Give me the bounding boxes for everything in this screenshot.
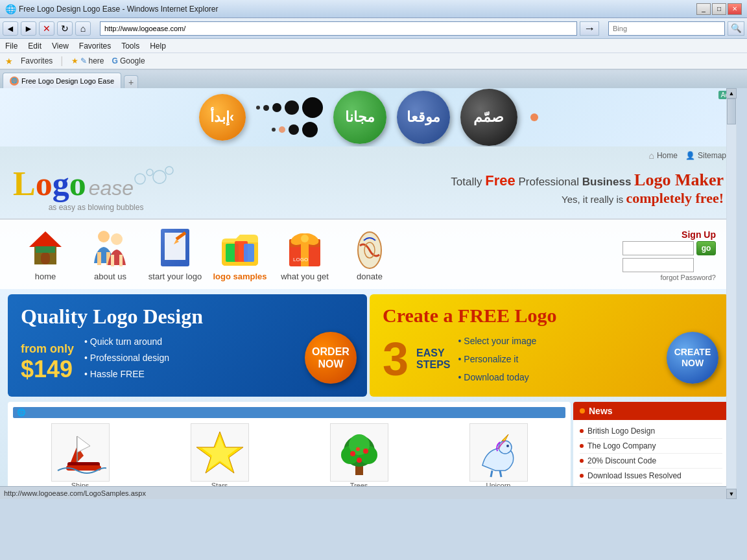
header-professional: Professional: [518, 176, 579, 188]
close-button[interactable]: ✕: [728, 3, 742, 15]
ad-start-circle[interactable]: إبدأ‹: [199, 94, 246, 141]
maximize-button[interactable]: □: [712, 3, 726, 15]
tooltip-text: http://www.logoease.com/LogoSamples.aspx: [4, 489, 146, 497]
ship-svg: [54, 426, 106, 478]
news-item-0[interactable]: British Logo Design: [580, 424, 722, 439]
promo-right-bullets: • Select your image • Personalize it • D…: [458, 332, 537, 386]
sitemap-link[interactable]: 👤 Sitemap: [685, 151, 726, 160]
nav-item-about[interactable]: about us: [78, 225, 143, 284]
nav-item-donate[interactable]: donate: [337, 225, 402, 284]
menu-help[interactable]: Help: [150, 41, 166, 51]
notebook-icon: [154, 228, 196, 269]
order-now-button[interactable]: ORDER NOW: [305, 332, 357, 384]
ad-orange-dot: [530, 113, 538, 121]
sitemap-icon: 👤: [685, 151, 695, 160]
scroll-up-button[interactable]: ▲: [726, 88, 737, 99]
ad-design-circle[interactable]: صمّم: [460, 89, 517, 146]
home-icon: ⌂: [648, 150, 654, 161]
status-bar: http://www.logoease.com/LogoSamples.aspx: [0, 486, 726, 499]
back-button[interactable]: ◄: [3, 21, 18, 36]
search-button[interactable]: 🔍: [728, 21, 744, 36]
sample-trees[interactable]: Trees: [330, 423, 388, 489]
nav-item-start[interactable]: start your logo: [143, 225, 208, 284]
favorites-link[interactable]: Favorites: [21, 56, 53, 65]
nav-item-samples[interactable]: logo samples: [208, 225, 272, 284]
promo-price-area: from only $149: [21, 342, 74, 383]
menu-favorites[interactable]: Favorites: [79, 41, 111, 51]
browser-tab-main[interactable]: 🌐 Free Logo Design Logo Ease: [3, 73, 121, 88]
news-bullet-icon: [580, 474, 584, 478]
svg-point-47: [363, 449, 368, 454]
favorites-google[interactable]: G Google: [112, 56, 145, 65]
svg-point-29: [301, 235, 309, 242]
minimize-button[interactable]: _: [696, 3, 711, 15]
header-maker: Logo Maker: [634, 170, 724, 189]
menu-view[interactable]: View: [52, 41, 69, 51]
nav-label-start: start your logo: [148, 272, 202, 281]
logo-area: L o g o ease as easy as blowing bubbles: [13, 165, 179, 212]
sample-unicorn[interactable]: Unicorn: [469, 423, 528, 489]
svg-rect-8: [36, 246, 55, 253]
steps-number: 3: [383, 338, 409, 380]
new-tab-button[interactable]: +: [124, 75, 138, 88]
news-item-1[interactable]: The Logo Company: [580, 439, 722, 454]
browser-icon: 🌐: [5, 4, 16, 14]
signup-username-input[interactable]: [622, 241, 694, 255]
promo-right-title: Create a FREE Logo: [383, 305, 716, 327]
nav-label-home: home: [35, 272, 56, 281]
svg-rect-13: [111, 255, 114, 266]
logo-bubbles: [127, 163, 179, 195]
promo-free-word: FREE: [458, 305, 510, 326]
svg-text:LOGO: LOGO: [293, 257, 308, 262]
folder-svg: [220, 229, 259, 267]
svg-point-49: [356, 447, 360, 451]
sample-stars[interactable]: Stars: [191, 423, 249, 489]
ad-site-circle[interactable]: موقعا: [397, 91, 450, 144]
signup-password-input[interactable]: [622, 258, 694, 272]
scroll-thumb[interactable]: [727, 99, 736, 124]
nav-item-what[interactable]: LOGO what you get: [272, 225, 337, 284]
samples-title: 🌐: [13, 407, 565, 418]
browser-content: Ad إبدأ‹: [0, 88, 737, 499]
news-item-3[interactable]: Download Issues Resolved: [580, 469, 722, 484]
search-input[interactable]: [608, 21, 725, 36]
ad-dot-group: [256, 97, 323, 137]
favorites-here[interactable]: ★ ✎ here: [71, 56, 104, 65]
svg-marker-37: [77, 436, 90, 452]
home-link[interactable]: ⌂ Home: [648, 150, 677, 161]
tab-bar: 🌐 Free Logo Design Logo Ease +: [0, 70, 747, 88]
go-button[interactable]: →: [580, 21, 599, 36]
menu-bar: File Edit View Favorites Tools Help: [0, 39, 747, 53]
nav-label-what: what you get: [281, 272, 329, 281]
news-title: News: [573, 402, 729, 420]
promo-from-only: from only: [21, 342, 74, 356]
signup-go-button[interactable]: go: [696, 241, 716, 255]
forgot-password-link[interactable]: forgot Password?: [622, 274, 716, 281]
promo-quality-logo: Quality Logo Design from only $149 • Qui…: [8, 294, 367, 397]
refresh-button[interactable]: ↻: [57, 21, 73, 36]
nav-item-home[interactable]: home: [13, 225, 78, 284]
forward-button[interactable]: ►: [21, 21, 36, 36]
ad-free-circle[interactable]: مجانا: [333, 91, 386, 144]
unicorn-image: [469, 423, 528, 482]
ships-image: [51, 423, 110, 482]
header-right: Totally Free Professional Business Logo …: [451, 170, 724, 207]
header-free: Free: [485, 172, 515, 189]
svg-marker-4: [29, 231, 62, 247]
scroll-down-button[interactable]: ▼: [726, 489, 737, 499]
create-now-button[interactable]: CREATE NOW: [667, 332, 718, 384]
menu-tools[interactable]: Tools: [121, 41, 139, 51]
menu-file[interactable]: File: [5, 41, 18, 51]
ad-banner[interactable]: Ad إبدأ‹: [0, 88, 737, 146]
news-bullet-icon: [580, 429, 584, 433]
news-area: News British Logo Design The Logo Compan…: [573, 402, 729, 499]
stop-button[interactable]: ✕: [39, 21, 54, 36]
window-controls: _ □ ✕: [696, 3, 742, 15]
news-item-2[interactable]: 20% Discount Code: [580, 454, 722, 469]
address-input[interactable]: [100, 21, 577, 36]
people-icon: [89, 228, 131, 269]
home-button[interactable]: ⌂: [75, 21, 91, 36]
menu-edit[interactable]: Edit: [28, 41, 42, 51]
svg-rect-7: [41, 252, 50, 264]
sample-ships[interactable]: Ships: [51, 423, 110, 489]
